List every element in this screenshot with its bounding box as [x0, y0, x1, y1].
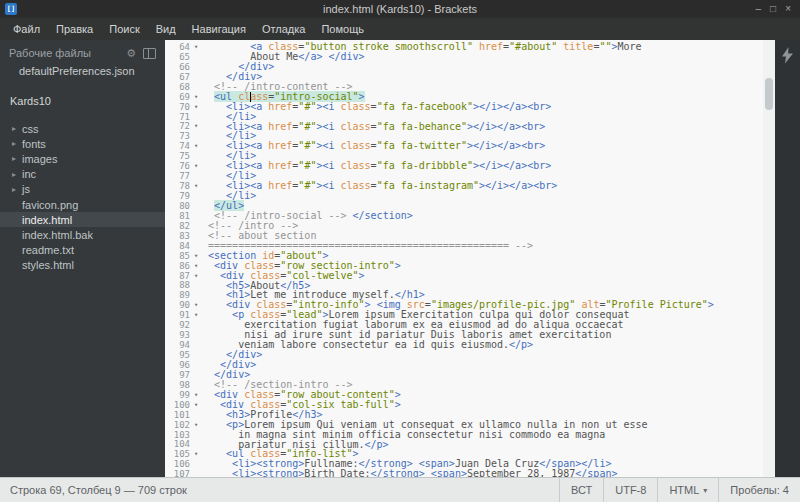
status-bar: Строка 69, Столбец 9 — 709 строк ВСТ UTF…: [0, 477, 800, 502]
fold-arrow-icon[interactable]: ▾: [190, 122, 202, 130]
fold-arrow-icon[interactable]: ▾: [190, 311, 202, 319]
line-number: 64▾: [165, 42, 202, 52]
fold-arrow-icon[interactable]: ▾: [190, 272, 202, 280]
fold-arrow-icon[interactable]: ▾: [190, 450, 202, 458]
menu-item-4[interactable]: Навигация: [184, 20, 254, 38]
fold-arrow-icon[interactable]: ▾: [190, 391, 202, 399]
window-title: index.html (Kards10) - Brackets: [0, 0, 800, 18]
fold-arrow-icon[interactable]: ▾: [190, 103, 202, 111]
tree-item-favicon.png[interactable]: favicon.png: [0, 197, 165, 212]
scrollbar-thumb[interactable]: [765, 78, 773, 110]
line-number: 73: [165, 131, 202, 141]
line-number: 74▾: [165, 141, 202, 151]
tree-item-readme.txt[interactable]: readme.txt: [0, 243, 165, 258]
language-selector[interactable]: HTML ▾: [658, 478, 718, 502]
menu-item-1[interactable]: Правка: [48, 20, 101, 38]
fold-arrow-icon[interactable]: ▾: [190, 182, 202, 190]
code-line-65[interactable]: About Me</a> </div>: [202, 52, 763, 62]
overwrite-indicator[interactable]: ВСТ: [560, 478, 603, 502]
menu-item-6[interactable]: Помощь: [313, 20, 372, 38]
tree-item-label: index.html: [22, 214, 72, 226]
code-line-107[interactable]: <li><strong>Birth Date:</strong> <span>S…: [202, 469, 763, 477]
line-number: 66: [165, 62, 202, 72]
fold-arrow-icon[interactable]: ▾: [190, 301, 202, 309]
line-number: 94: [165, 340, 202, 350]
fold-arrow-icon[interactable]: ▾: [190, 93, 202, 101]
live-preview-icon[interactable]: [781, 47, 794, 64]
tree-item-images[interactable]: ▸images: [0, 151, 165, 166]
code-line-95[interactable]: </div>: [202, 350, 763, 360]
fold-arrow-icon[interactable]: ▾: [190, 401, 202, 409]
folder-arrow-icon[interactable]: ▸: [12, 124, 22, 133]
minimize-button[interactable]: –: [756, 0, 762, 18]
fold-arrow-icon[interactable]: ▾: [190, 262, 202, 270]
working-file-defaultPreferences.json[interactable]: defaultPreferences.json: [0, 63, 165, 80]
code-line-96[interactable]: </div>: [202, 360, 763, 370]
line-number: 106: [165, 459, 202, 469]
line-number: 84: [165, 241, 202, 251]
fold-arrow-icon[interactable]: ▾: [190, 142, 202, 150]
line-number: 88: [165, 281, 202, 291]
editor-scrollbar[interactable]: [763, 40, 775, 477]
tree-item-css[interactable]: ▸css: [0, 121, 165, 136]
folder-arrow-icon[interactable]: ▸: [12, 185, 22, 194]
line-number: 75: [165, 151, 202, 161]
code-line-76[interactable]: <li><a href="#"><i class="fa fa-dribbble…: [202, 161, 763, 171]
fold-arrow-icon[interactable]: ▾: [190, 43, 202, 51]
fold-arrow-icon[interactable]: ▾: [190, 252, 202, 260]
tree-item-js[interactable]: ▸js: [0, 182, 165, 197]
tree-item-index.html[interactable]: index.html: [0, 212, 165, 227]
tree-item-fonts[interactable]: ▸fonts: [0, 136, 165, 151]
line-number: 65: [165, 52, 202, 62]
code-line-94[interactable]: veniam labore consectetur ea id quis eiu…: [202, 340, 763, 350]
line-number: 82: [165, 221, 202, 231]
menu-item-2[interactable]: Поиск: [101, 20, 147, 38]
code-line-79[interactable]: </li>: [202, 191, 763, 201]
tree-item-index.html.bak[interactable]: index.html.bak: [0, 227, 165, 242]
code-line-66[interactable]: </div>: [202, 62, 763, 72]
menu-item-5[interactable]: Отладка: [254, 20, 313, 38]
menu-item-0[interactable]: Файл: [5, 20, 48, 38]
folder-arrow-icon[interactable]: ▸: [12, 170, 22, 179]
line-number: 85▾: [165, 251, 202, 261]
menu-item-3[interactable]: Вид: [148, 20, 184, 38]
tree-item-label: css: [22, 123, 39, 135]
folder-arrow-icon[interactable]: ▸: [12, 139, 22, 148]
line-number: 103: [165, 430, 202, 440]
line-number: 99▾: [165, 390, 202, 400]
code-line-78[interactable]: <li><a href="#"><i class="fa fa-instagra…: [202, 181, 763, 191]
sidebar: Рабочие файлы ⚙ defaultPreferences.json …: [0, 40, 165, 477]
folder-arrow-icon[interactable]: ▸: [12, 154, 22, 163]
fold-arrow-icon[interactable]: ▾: [190, 421, 202, 429]
fold-arrow-icon[interactable]: ▾: [190, 162, 202, 170]
maximize-button[interactable]: □: [770, 0, 776, 18]
split-view-icon[interactable]: [143, 48, 156, 59]
line-number: 105▾: [165, 449, 202, 459]
line-number: 79: [165, 191, 202, 201]
code-line-74[interactable]: <li><a href="#"><i class="fa fa-twitter"…: [202, 141, 763, 151]
code-line-72[interactable]: <li><a href="#"><i class="fa fa-behance"…: [202, 122, 763, 132]
tree-item-label: js: [22, 183, 30, 195]
editor[interactable]: 64▾6566676869▾70▾7172▾7374▾7576▾7778▾798…: [165, 40, 775, 477]
tree-item-styles.html[interactable]: styles.html: [0, 258, 165, 273]
line-number: 78▾: [165, 181, 202, 191]
gear-icon[interactable]: ⚙: [126, 48, 136, 58]
line-number: 77: [165, 171, 202, 181]
close-button[interactable]: ×: [785, 0, 791, 18]
code-line-70[interactable]: <li><a href="#"><i class="fa fa-facebook…: [202, 102, 763, 112]
line-number: 90▾: [165, 300, 202, 310]
code-area[interactable]: <a class="button stroke smoothscroll" hr…: [202, 40, 763, 477]
file-tree: ▸css▸fonts▸images▸inc▸jsfavicon.pngindex…: [0, 111, 165, 273]
main-area: Рабочие файлы ⚙ defaultPreferences.json …: [0, 40, 800, 477]
tree-item-label: inc: [22, 168, 36, 180]
line-number: 92: [165, 320, 202, 330]
line-number: 102▾: [165, 420, 202, 430]
indent-setting[interactable]: Пробелы: 4: [719, 478, 800, 502]
working-files-title: Рабочие файлы: [9, 47, 91, 59]
tree-item-label: readme.txt: [22, 244, 74, 256]
text-cursor: [250, 92, 251, 102]
project-dropdown[interactable]: Kards10: [0, 91, 165, 111]
tree-item-inc[interactable]: ▸inc: [0, 167, 165, 182]
working-files-list: defaultPreferences.json: [0, 63, 165, 80]
encoding-indicator[interactable]: UTF-8: [604, 478, 657, 502]
